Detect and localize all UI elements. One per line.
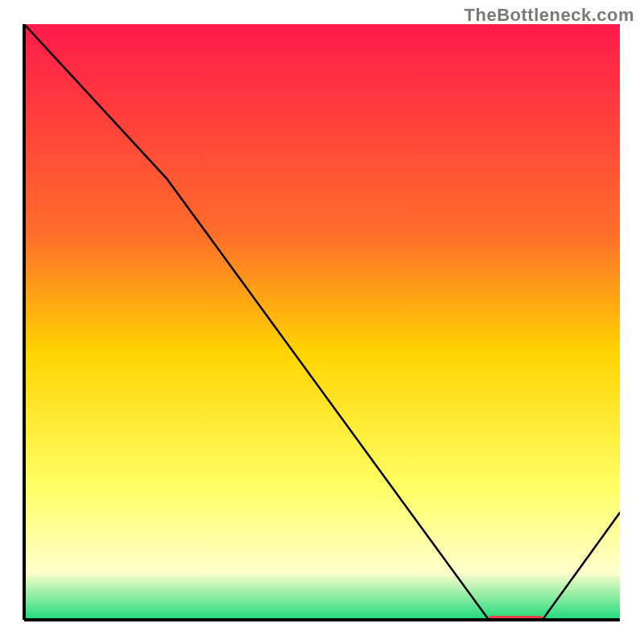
chart-background xyxy=(24,24,620,620)
chart-container: TheBottleneck.com xyxy=(0,0,644,644)
chart-svg xyxy=(0,0,644,644)
